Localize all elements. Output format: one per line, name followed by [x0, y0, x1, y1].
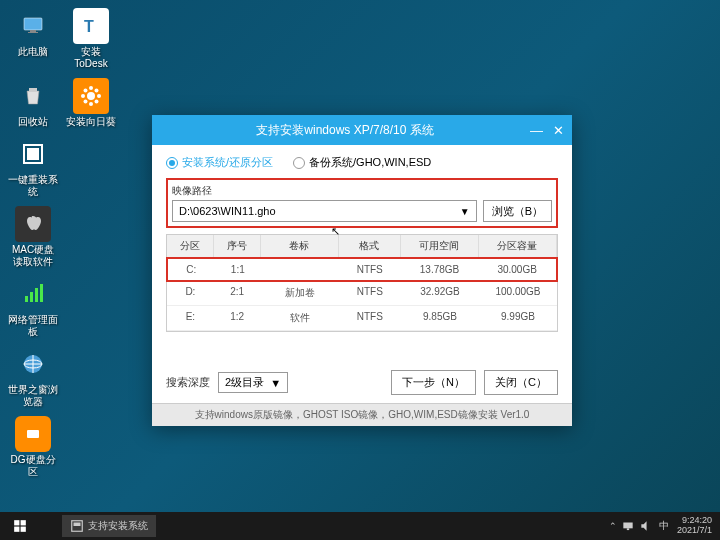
- desktop-icon-dg[interactable]: DG硬盘分区: [8, 416, 58, 478]
- tray-network-icon[interactable]: [621, 519, 635, 533]
- svg-point-9: [97, 94, 101, 98]
- tray-ime-icon[interactable]: 中: [657, 519, 671, 533]
- chevron-down-icon: ▼: [270, 377, 281, 389]
- svg-rect-15: [28, 149, 32, 153]
- svg-rect-4: [29, 88, 37, 91]
- radio-icon: [293, 157, 305, 169]
- svg-text:T: T: [84, 18, 94, 35]
- footer-text: 支持windows原版镜像，GHOST ISO镜像，GHO,WIM,ESD镜像安…: [152, 403, 572, 426]
- desktop-icon-this-pc[interactable]: 此电脑: [8, 8, 58, 70]
- svg-rect-2: [28, 32, 38, 33]
- table-row[interactable]: E:1:2软件NTFS9.85GB9.99GB: [167, 306, 557, 331]
- search-depth-select[interactable]: 2级目录 ▼: [218, 372, 288, 393]
- svg-rect-0: [24, 18, 42, 30]
- svg-point-5: [87, 92, 95, 100]
- table-row[interactable]: D:2:1新加卷NTFS32.92GB100.00GB: [167, 281, 557, 306]
- start-button[interactable]: [4, 514, 36, 538]
- desktop-icon-browser[interactable]: 世界之窗浏览器: [8, 346, 58, 408]
- radio-install-system[interactable]: 安装系统/还原分区: [166, 155, 273, 170]
- table-header: 分区 序号 卷标 格式 可用空间 分区容量: [167, 235, 557, 258]
- svg-rect-25: [27, 430, 39, 438]
- path-label: 映像路径: [172, 184, 552, 198]
- svg-rect-26: [14, 520, 19, 525]
- svg-point-12: [84, 100, 88, 104]
- chevron-down-icon: ▼: [460, 206, 470, 217]
- taskbar: 支持安装系统 ⌃ 中 9:24:20 2021/7/1: [0, 512, 720, 540]
- svg-rect-19: [25, 296, 28, 302]
- svg-rect-18: [34, 155, 38, 159]
- svg-rect-32: [78, 523, 80, 525]
- svg-rect-16: [34, 149, 38, 153]
- svg-point-7: [89, 102, 93, 106]
- desktop-icon-network[interactable]: 网络管理面板: [8, 276, 58, 338]
- browse-button[interactable]: 浏览（B）: [483, 200, 552, 222]
- svg-rect-17: [28, 155, 32, 159]
- tray-volume-icon[interactable]: [639, 519, 653, 533]
- desktop-icon-sunflower[interactable]: 安装向日葵: [66, 78, 116, 128]
- clock[interactable]: 9:24:20 2021/7/1: [677, 516, 716, 536]
- desktop-icon-mac-disk[interactable]: MAC硬盘读取软件: [8, 206, 58, 268]
- table-row[interactable]: C:1:1NTFS13.78GB30.00GB: [166, 257, 558, 282]
- radio-backup-system[interactable]: 备份系统/GHO,WIN,ESD: [293, 155, 431, 170]
- desktop-icon-todesk[interactable]: T 安装ToDesk: [66, 8, 116, 70]
- titlebar[interactable]: 支持安装windows XP/7/8/10 系统 — ✕: [152, 115, 572, 145]
- svg-rect-20: [30, 292, 33, 302]
- window-title: 支持安装windows XP/7/8/10 系统: [160, 122, 530, 139]
- image-path-section: 映像路径 D:\0623\WIN11.gho ▼ 浏览（B）: [166, 178, 558, 228]
- desktop-icon-reinstall[interactable]: 一键重装系统: [8, 136, 58, 198]
- close-action-button[interactable]: 关闭（C）: [484, 370, 558, 395]
- radio-icon: [166, 157, 178, 169]
- tray-chevron-icon[interactable]: ⌃: [609, 521, 617, 531]
- svg-point-6: [89, 86, 93, 90]
- svg-rect-31: [74, 523, 76, 525]
- svg-rect-21: [35, 288, 38, 302]
- next-button[interactable]: 下一步（N）: [391, 370, 476, 395]
- minimize-button[interactable]: —: [530, 123, 543, 138]
- svg-rect-33: [623, 523, 632, 529]
- svg-rect-27: [21, 520, 26, 525]
- svg-point-11: [95, 89, 99, 93]
- svg-rect-29: [21, 527, 26, 532]
- search-depth-label: 搜索深度: [166, 375, 210, 390]
- svg-rect-22: [40, 284, 43, 302]
- svg-point-8: [81, 94, 85, 98]
- svg-rect-34: [627, 528, 629, 530]
- svg-point-10: [84, 89, 88, 93]
- installer-window: 支持安装windows XP/7/8/10 系统 — ✕ 安装系统/还原分区 备…: [152, 115, 572, 426]
- task-icon: [70, 519, 84, 533]
- svg-point-13: [95, 100, 99, 104]
- close-button[interactable]: ✕: [553, 123, 564, 138]
- svg-rect-1: [30, 30, 36, 32]
- partition-table: 分区 序号 卷标 格式 可用空间 分区容量 ↖ C:1:1NTFS13.78GB…: [166, 234, 558, 332]
- desktop-icon-recycle-bin[interactable]: 回收站: [8, 78, 58, 128]
- image-path-dropdown[interactable]: D:\0623\WIN11.gho ▼: [172, 200, 477, 222]
- taskbar-item-installer[interactable]: 支持安装系统: [62, 515, 156, 537]
- svg-rect-28: [14, 527, 19, 532]
